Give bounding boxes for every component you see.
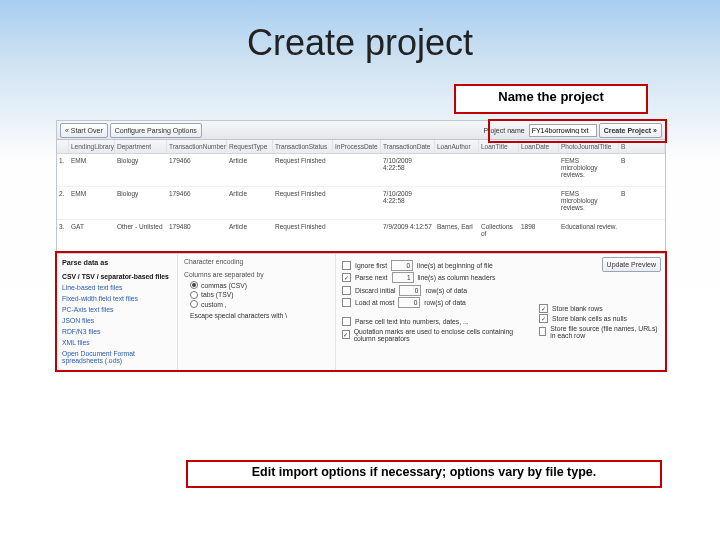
parse-next-count[interactable]: 1 (392, 272, 414, 283)
ignore-first-count[interactable]: 0 (391, 260, 413, 271)
update-preview-button[interactable]: Update Preview (602, 257, 661, 272)
parse-right-options: Update Preview Ignore first0line(s) at b… (336, 254, 665, 370)
grid-header: LendingLibraryDepartmentTransactionNumbe… (57, 140, 665, 154)
sep-custom[interactable]: custom , (190, 300, 329, 308)
table-row: 2.EMMBiology179466ArticleRequest Finishe… (57, 187, 665, 220)
chevron-left-icon: « (65, 127, 69, 134)
cb-blank-cells[interactable] (539, 314, 548, 323)
cb-ignore-first[interactable] (342, 261, 351, 270)
format-rdf[interactable]: RDF/N3 files (62, 326, 172, 337)
cb-load-at-most[interactable] (342, 298, 351, 307)
cb-blank-rows[interactable] (539, 304, 548, 313)
load-at-most-count[interactable]: 0 (398, 297, 420, 308)
format-fixed[interactable]: Fixed-width field text files (62, 293, 172, 304)
parse-panel: Parse data as CSV / TSV / separator-base… (57, 253, 665, 370)
radio-icon (190, 281, 198, 289)
format-json[interactable]: JSON files (62, 315, 172, 326)
table-row: 3.GATOther - Unlisted179480ArticleReques… (57, 220, 665, 253)
parse-data-as-label: Parse data as (62, 258, 172, 267)
radio-icon (190, 291, 198, 299)
radio-icon (190, 300, 198, 308)
separator-options: Character encoding Columns are separated… (178, 254, 336, 370)
create-project-button[interactable]: Create Project » (599, 123, 662, 138)
chevron-right-icon: » (653, 127, 657, 134)
topbar: « Start Over Configure Parsing Options P… (57, 121, 665, 140)
table-row: 1.EMMBiology179466ArticleRequest Finishe… (57, 154, 665, 187)
format-pcaxis[interactable]: PC-Axis text files (62, 304, 172, 315)
page-title: Create project (0, 22, 720, 64)
project-name-label: Project name (483, 127, 524, 134)
escape-label: Escape special characters with \ (190, 312, 329, 319)
format-csv[interactable]: CSV / TSV / separator-based files (62, 271, 172, 282)
format-line[interactable]: Line-based text files (62, 282, 172, 293)
cb-file-source[interactable] (539, 327, 546, 336)
discard-initial-count[interactable]: 0 (399, 285, 421, 296)
format-ods[interactable]: Open Document Format spreadsheets (.ods) (62, 348, 172, 366)
separated-by-label: Columns are separated by (184, 271, 329, 278)
configure-parsing-button[interactable]: Configure Parsing Options (110, 123, 202, 138)
refine-app: « Start Over Configure Parsing Options P… (56, 120, 666, 371)
char-encoding-label: Character encoding (184, 258, 329, 265)
cb-discard-initial[interactable] (342, 286, 351, 295)
cb-parse-cell[interactable] (342, 317, 351, 326)
callout-edit-options: Edit import options if necessary; option… (186, 460, 662, 488)
grid-body: 1.EMMBiology179466ArticleRequest Finishe… (57, 154, 665, 253)
parse-formats: Parse data as CSV / TSV / separator-base… (57, 254, 178, 370)
format-xml[interactable]: XML files (62, 337, 172, 348)
sep-commas[interactable]: commas (CSV) (190, 281, 329, 289)
start-over-button[interactable]: « Start Over (60, 123, 108, 138)
cb-quotation[interactable] (342, 330, 350, 339)
cb-parse-next[interactable] (342, 273, 351, 282)
project-name-input[interactable] (529, 124, 597, 137)
callout-name-project: Name the project (454, 84, 648, 114)
sep-tabs[interactable]: tabs (TSV) (190, 291, 329, 299)
